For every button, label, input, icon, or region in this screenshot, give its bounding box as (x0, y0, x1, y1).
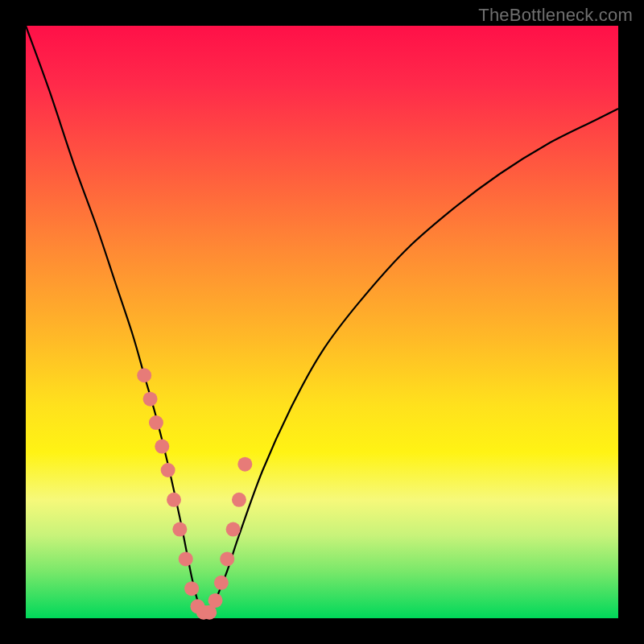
bottleneck-curve (26, 26, 618, 613)
data-point-markers (137, 368, 252, 619)
data-point-marker (179, 551, 193, 566)
chart-frame: TheBottleneck.com (0, 0, 644, 644)
data-point-marker (237, 457, 252, 472)
data-point-marker (214, 576, 229, 590)
data-point-marker (149, 415, 163, 430)
data-point-marker (172, 522, 187, 537)
curve-layer (26, 26, 618, 618)
data-point-marker (161, 463, 175, 477)
data-point-marker (143, 392, 158, 407)
data-point-marker (137, 368, 151, 382)
data-point-marker (208, 593, 223, 608)
plot-area (26, 26, 618, 618)
watermark-text: TheBottleneck.com (478, 5, 633, 26)
data-point-marker (232, 493, 246, 507)
data-point-marker (167, 493, 181, 507)
data-point-marker (226, 522, 241, 537)
data-point-marker (155, 440, 169, 454)
data-point-marker (184, 581, 199, 596)
data-point-marker (220, 551, 234, 566)
